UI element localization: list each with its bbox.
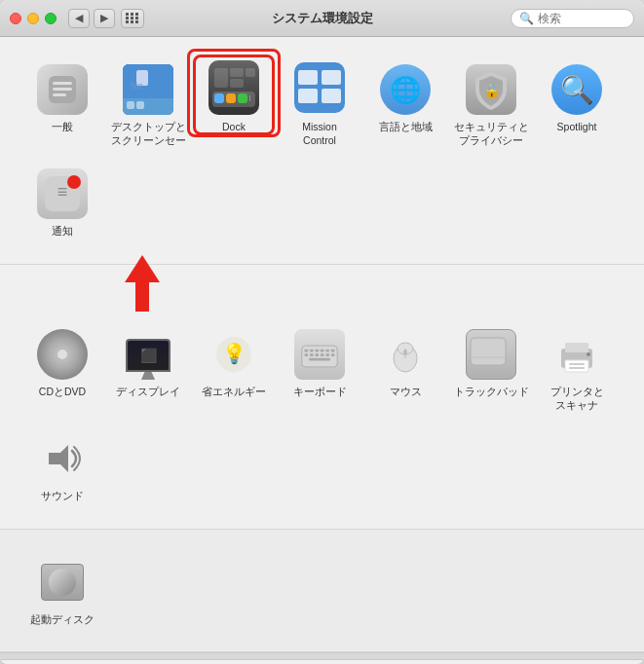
section-hardware-grid: CDとDVD ⬛ ディスプレイ	[19, 317, 625, 513]
minimize-button[interactable]	[27, 13, 39, 24]
svg-rect-23	[322, 70, 341, 85]
icon-item-display[interactable]: ⬛ ディスプレイ	[105, 317, 191, 422]
desktop-label: デスクトップとスクリーンセー	[111, 121, 186, 147]
svg-rect-38	[331, 350, 335, 352]
general-icon	[37, 64, 88, 115]
svg-rect-34	[310, 350, 314, 352]
search-input[interactable]	[538, 12, 625, 25]
window-title: システム環境設定	[272, 10, 373, 27]
back-button[interactable]: ◀	[68, 9, 90, 28]
security-label: セキュリティとプライバシー	[454, 121, 529, 147]
svg-rect-1	[53, 82, 72, 85]
icon-item-cd[interactable]: CDとDVD	[19, 317, 105, 422]
sound-icon	[37, 433, 88, 484]
icon-item-mission[interactable]: MissionControl	[277, 53, 362, 157]
svg-rect-3	[53, 93, 66, 96]
svg-rect-37	[325, 350, 329, 352]
mission-label: MissionControl	[302, 121, 337, 147]
svg-rect-35	[315, 350, 319, 352]
section-internet: iCloud @ インターネットアカウント	[0, 660, 644, 664]
maximize-button[interactable]	[45, 13, 57, 24]
icon-item-energy[interactable]: 💡 省エネルギー	[191, 317, 277, 422]
svg-rect-33	[305, 350, 309, 352]
svg-rect-41	[315, 353, 319, 356]
dock-label: Dock	[222, 121, 246, 134]
svg-rect-54	[565, 360, 588, 372]
cd-icon	[37, 329, 88, 380]
svg-rect-21	[294, 62, 345, 113]
notify-label: 通知	[52, 225, 73, 239]
svg-rect-20	[230, 79, 244, 88]
svg-rect-40	[310, 353, 314, 356]
icon-item-lang[interactable]: 🌐 言語と地域	[362, 53, 448, 157]
icon-item-printer[interactable]: プリンタとスキャナ	[534, 317, 620, 422]
lang-label: 言語と地域	[379, 121, 433, 134]
lang-icon: 🌐	[380, 64, 431, 115]
energy-label: 省エネルギー	[202, 386, 266, 399]
nav-buttons: ◀ ▶	[68, 9, 115, 28]
divider-1	[0, 652, 644, 660]
display-label: ディスプレイ	[116, 386, 180, 399]
svg-rect-2	[53, 88, 72, 91]
close-button[interactable]	[10, 13, 21, 24]
icon-item-dock[interactable]: Dock	[191, 53, 277, 157]
icon-item-trackpad[interactable]: トラックパッド	[448, 317, 534, 422]
icon-item-harddisk[interactable]: 起動ディスク	[19, 545, 105, 637]
svg-text:🔒: 🔒	[483, 83, 501, 99]
svg-rect-39	[305, 353, 309, 356]
svg-rect-14	[226, 93, 236, 103]
harddisk-icon	[41, 564, 84, 601]
titlebar: ◀ ▶ システム環境設定 🔍	[0, 0, 644, 37]
keyboard-icon	[294, 329, 345, 380]
cd-label: CDとDVD	[39, 386, 86, 399]
section-personal-grid: 一般 Ne	[19, 53, 625, 248]
general-label: 一般	[52, 121, 73, 134]
system-preferences-window: ◀ ▶ システム環境設定 🔍	[0, 0, 644, 664]
svg-rect-50	[471, 338, 506, 365]
notify-icon: ≡	[37, 168, 88, 219]
view-all-button[interactable]	[121, 9, 144, 28]
svg-rect-18	[230, 68, 244, 77]
svg-rect-22	[298, 70, 318, 85]
spotlight-label: Spotlight	[557, 121, 597, 134]
dock-icon	[208, 64, 259, 115]
svg-rect-15	[238, 93, 247, 103]
svg-point-29	[67, 175, 81, 189]
harddisk-label: 起動ディスク	[30, 613, 95, 627]
svg-rect-19	[246, 68, 255, 77]
svg-rect-10	[136, 101, 144, 109]
icon-item-keyboard[interactable]: キーボード	[277, 317, 362, 422]
icon-item-security[interactable]: 🔒 セキュリティとプライバシー	[448, 53, 534, 157]
arrow-indicator	[0, 255, 644, 312]
section-startup-grid: 起動ディスク	[19, 545, 625, 637]
svg-rect-45	[309, 358, 330, 361]
security-icon: 🔒	[466, 64, 516, 115]
svg-text:≡: ≡	[57, 182, 68, 202]
mouse-icon	[380, 329, 431, 380]
svg-rect-42	[321, 353, 324, 356]
svg-rect-53	[565, 343, 588, 352]
display-icon: ⬛	[123, 329, 173, 380]
icon-item-spotlight[interactable]: 🔍 Spotlight	[534, 53, 620, 157]
svg-rect-13	[214, 93, 224, 103]
forward-button[interactable]: ▶	[94, 9, 115, 28]
svg-point-57	[587, 352, 590, 356]
energy-icon: 💡	[208, 329, 259, 380]
icon-item-sound[interactable]: サウンド	[19, 422, 105, 513]
svg-marker-58	[49, 445, 68, 472]
trackpad-label: トラックパッド	[454, 386, 529, 399]
section-hardware: CDとDVD ⬛ ディスプレイ	[0, 302, 644, 530]
sound-label: サウンド	[41, 490, 84, 503]
icon-item-mouse[interactable]: マウス	[362, 317, 448, 422]
icon-item-general[interactable]: 一般	[19, 53, 105, 157]
svg-rect-17	[214, 68, 228, 88]
search-box[interactable]: 🔍	[511, 9, 634, 28]
desktop-icon: Ne	[123, 64, 173, 115]
spotlight-icon: 🔍	[551, 64, 602, 115]
svg-rect-16	[249, 95, 250, 101]
section-personal: 一般 Ne	[0, 37, 644, 265]
printer-label: プリンタとスキャナ	[550, 386, 604, 412]
icon-item-notify[interactable]: ≡ 通知	[19, 157, 105, 248]
icon-item-desktop[interactable]: Ne デスクトップとスクリーンセー	[105, 53, 191, 157]
svg-rect-36	[321, 350, 324, 352]
